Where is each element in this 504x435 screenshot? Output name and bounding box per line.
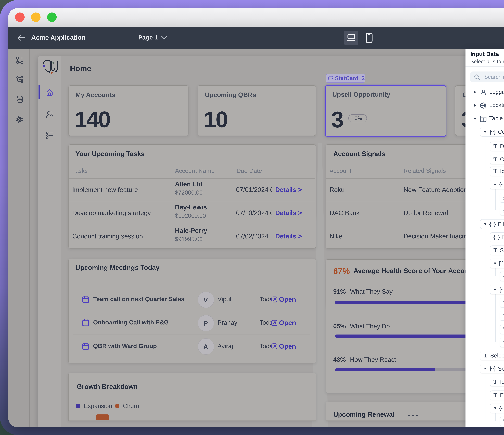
svg-text:123: 123 (329, 77, 333, 79)
